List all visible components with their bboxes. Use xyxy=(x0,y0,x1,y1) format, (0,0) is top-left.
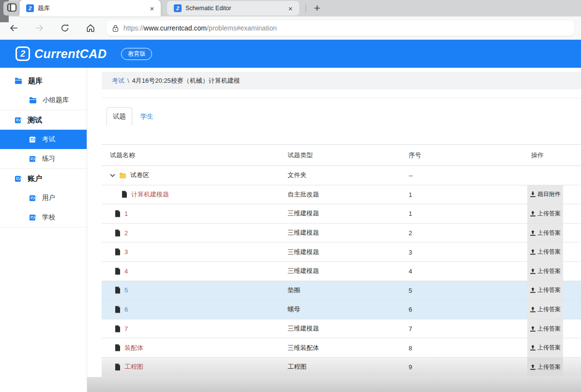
tab-workspaces-button[interactable] xyxy=(3,1,20,15)
upload-answer-button[interactable]: 上传答案 xyxy=(527,358,563,377)
table-row: 7三维建模题7上传答案 xyxy=(102,319,581,339)
question-order: 4 xyxy=(409,268,412,275)
tab-close-button[interactable]: × xyxy=(147,4,157,13)
sidebar-item-exam[interactable]: 考试 xyxy=(0,130,87,149)
question-name-link[interactable]: 试卷区 xyxy=(130,171,149,180)
upload-icon xyxy=(530,345,536,351)
section-divider xyxy=(102,98,581,98)
download-attachment-button[interactable]: 题目附件 xyxy=(527,185,563,204)
column-header-action: 操作 xyxy=(531,151,544,160)
breadcrumb-exam-link[interactable]: 考试 xyxy=(112,76,124,85)
form-icon xyxy=(15,175,22,182)
sidebar-item-group-question-bank[interactable]: 小组题库 xyxy=(0,90,87,110)
upload-icon xyxy=(530,211,536,217)
sidebar-item-label: 测试 xyxy=(28,116,42,125)
sidebar-item-user[interactable]: 用户 xyxy=(0,188,87,208)
sidebar-item-label: 用户 xyxy=(42,194,55,202)
question-name-link[interactable]: 3 xyxy=(124,248,128,256)
question-type: 三维建模题 xyxy=(288,248,319,256)
question-order: 1 xyxy=(409,210,412,217)
action-label: 上传答案 xyxy=(537,229,561,237)
url-text: https://www.currentcad.com/problems#exam… xyxy=(123,24,277,32)
action-label: 题目附件 xyxy=(537,190,561,198)
question-name-link[interactable]: 装配体 xyxy=(124,344,143,352)
action-label: 上传答案 xyxy=(537,267,561,275)
question-type: 三维建模题 xyxy=(288,267,319,275)
upload-answer-button[interactable]: 上传答案 xyxy=(527,204,563,223)
upload-icon xyxy=(530,326,536,332)
question-order: 7 xyxy=(409,325,412,332)
tab-close-button[interactable]: × xyxy=(286,4,295,13)
home-button[interactable] xyxy=(82,20,99,36)
sidebar-item-school[interactable]: 学校 xyxy=(0,208,87,227)
sidebar-item-label: 练习 xyxy=(42,154,55,163)
action-label: 上传答案 xyxy=(537,305,561,314)
file-icon xyxy=(115,248,121,256)
file-icon xyxy=(115,210,121,217)
question-order: -- xyxy=(409,172,413,179)
tab-students[interactable]: 学生 xyxy=(140,107,153,125)
reload-button[interactable] xyxy=(57,20,73,36)
question-name-link[interactable]: 6 xyxy=(124,306,128,313)
action-label: 上传答案 xyxy=(537,286,561,294)
address-bar[interactable]: https://www.currentcad.com/problems#exam… xyxy=(107,20,574,36)
upload-answer-button[interactable]: 上传答案 xyxy=(527,262,563,281)
download-icon xyxy=(530,191,536,197)
upload-icon xyxy=(530,268,536,274)
action-label: 上传答案 xyxy=(537,210,561,218)
upload-icon xyxy=(530,364,536,370)
back-button[interactable] xyxy=(5,20,22,36)
file-icon xyxy=(115,344,121,351)
app-header: 2 CurrentCAD 教育版 xyxy=(0,40,581,68)
question-name-link[interactable]: 1 xyxy=(124,210,128,217)
edition-badge: 教育版 xyxy=(121,48,152,60)
upload-answer-button[interactable]: 上传答案 xyxy=(527,300,563,319)
new-tab-button[interactable]: + xyxy=(309,0,325,16)
tab-title: 题库 xyxy=(38,4,143,13)
sidebar-item-test[interactable]: 测试 xyxy=(0,110,87,130)
brand-name: CurrentCAD xyxy=(34,47,107,61)
upload-answer-button[interactable]: 上传答案 xyxy=(527,319,563,338)
sidebar-item-account[interactable]: 账户 xyxy=(0,169,87,188)
table-row: 4三维建模题4上传答案 xyxy=(102,262,581,281)
question-name-link[interactable]: 4 xyxy=(124,268,128,275)
tab-questions[interactable]: 试题 xyxy=(107,107,132,125)
question-type: 工程图 xyxy=(288,362,306,371)
browser-tab[interactable]: 2 题库 × xyxy=(19,0,161,16)
table-row: 工程图工程图9上传答案 xyxy=(102,358,581,377)
question-table: 试题名称 试题类型 序号 操作 试卷区文件夹--计算机建模题自主批改题1题目附件… xyxy=(102,144,581,377)
form-icon xyxy=(29,214,36,221)
currentcad-logo-icon: 2 xyxy=(15,46,30,61)
question-name-link[interactable]: 工程图 xyxy=(124,362,143,371)
table-row: 装配体三维装配体8上传答案 xyxy=(102,338,581,358)
action-label: 上传答案 xyxy=(537,344,561,352)
upload-icon xyxy=(530,287,536,293)
sidebar-item-practice[interactable]: 练习 xyxy=(0,149,87,168)
upload-answer-button[interactable]: 上传答案 xyxy=(527,224,563,242)
question-name-link[interactable]: 计算机建模题 xyxy=(131,190,169,199)
question-type: 螺母 xyxy=(288,305,300,314)
caret-down-icon[interactable] xyxy=(110,174,115,177)
question-name-link[interactable]: 5 xyxy=(124,286,128,294)
question-order: 5 xyxy=(409,286,412,294)
sidebar-item-label: 账户 xyxy=(28,174,42,183)
column-header-type: 试题类型 xyxy=(288,151,313,160)
question-order: 3 xyxy=(409,248,412,256)
forward-button[interactable] xyxy=(31,20,47,36)
upload-icon xyxy=(530,306,536,313)
sidebar-item-label: 考试 xyxy=(42,135,55,144)
browser-tab[interactable]: 2 Schematic Editor × xyxy=(167,1,299,15)
breadcrumb-current: 4月16号20:25校赛（机械）计算机建模 xyxy=(132,76,240,85)
upload-answer-button[interactable]: 上传答案 xyxy=(527,281,563,300)
upload-answer-button[interactable]: 上传答案 xyxy=(527,338,563,357)
form-icon xyxy=(29,195,36,202)
upload-answer-button[interactable]: 上传答案 xyxy=(527,242,563,261)
breadcrumb-separator: \ xyxy=(127,77,129,84)
question-name-link[interactable]: 7 xyxy=(124,325,128,332)
sidebar-item-question-bank[interactable]: 题库 xyxy=(0,71,87,90)
form-icon xyxy=(15,117,22,124)
file-icon xyxy=(115,363,121,371)
sidebar-divider xyxy=(0,227,87,227)
question-table-body: 试卷区文件夹--计算机建模题自主批改题1题目附件1三维建模题1上传答案2三维建模… xyxy=(102,166,581,377)
question-name-link[interactable]: 2 xyxy=(124,229,128,237)
